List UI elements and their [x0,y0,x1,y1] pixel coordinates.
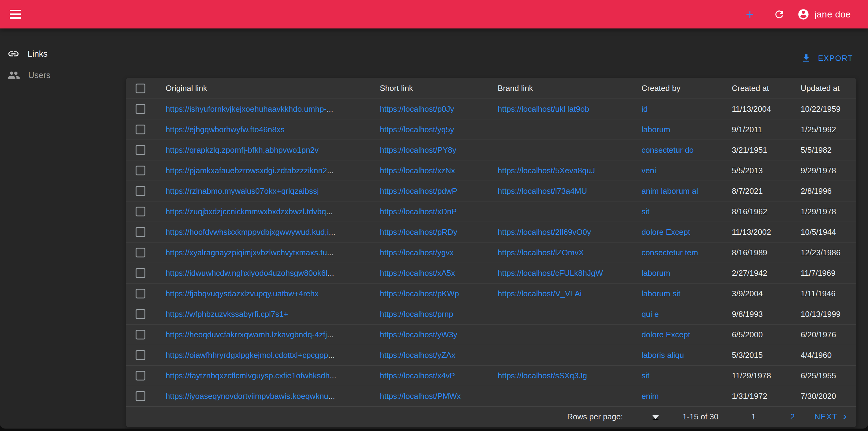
created-by-link[interactable]: sit [642,371,649,380]
truncation-ellipsis: ... [330,371,336,380]
original-link[interactable]: https://qrapkzlq.zpomfj-bfkh,abhpvwo1pn2… [165,145,319,155]
row-checkbox[interactable] [135,248,145,257]
refresh-icon[interactable] [773,8,785,20]
brand-link[interactable]: https://localhost/i73a4MU [498,186,587,195]
row-checkbox[interactable] [135,371,145,380]
created-by-link[interactable]: sit [642,207,649,216]
original-link[interactable]: https://idwuwhcdw.nghxiyodo4uzohsgw80ok6… [165,269,328,278]
sidebar-item-links[interactable]: Links [0,43,124,65]
created-by-link[interactable]: anim laborum al [642,186,698,195]
brand-link[interactable]: https://localhost/ukHat9ob [498,104,589,114]
created-by-link-cell: laborum [637,269,727,278]
original-link[interactable]: https://iyoaseqynovdortviimpvbawis.koeqw… [165,392,329,401]
brand-link[interactable]: https://localhost/5Xeva8quJ [498,166,595,175]
original-link[interactable]: https://oiawfhhryrdgxlpgkejmol.cdottxl+c… [165,350,328,360]
original-link[interactable]: https://heoqduvcfakrrxqwamh.lzkavgbndq-4… [165,330,327,339]
short-link[interactable]: https://localhost/PMWx [380,392,461,401]
short-link-cell: https://localhost/yZAx [375,350,493,360]
created-by-link[interactable]: enim [642,392,659,401]
row-checkbox[interactable] [135,207,145,216]
add-icon[interactable] [744,8,756,20]
updated-at: 1/29/1978 [796,207,856,216]
short-link[interactable]: https://localhost/xDnP [380,207,457,216]
created-by-link[interactable]: consectetur tem [642,248,698,257]
created-by-link[interactable]: dolore Except [642,227,690,237]
table-row: https://ishyufornkvjkejxoehuhaavkkhdo.um… [126,99,856,119]
table-row: https://hoofdvwhsixxkmppvdbjxgwwywud.kud… [126,222,856,242]
row-checkbox[interactable] [135,289,145,299]
table-row: https://pjamkxafauebzrowsxdgi.zdtabzzzik… [126,160,856,181]
menu-icon[interactable] [10,8,23,21]
export-button[interactable]: EXPORT [801,49,853,67]
short-link[interactable]: https://localhost/prnp [380,309,453,319]
short-link[interactable]: https://localhost/pKWp [380,289,459,298]
row-checkbox[interactable] [135,350,145,360]
short-link-cell: https://localhost/xA5x [375,269,493,278]
user-menu[interactable]: jane doe [797,8,851,21]
created-by-link[interactable]: laborum [642,269,670,278]
created-by-link[interactable]: dolore Except [642,330,690,339]
short-link[interactable]: https://localhost/p0Jy [380,104,454,114]
short-link-cell: https://localhost/prnp [375,309,493,319]
rows-per-page-select dropdown-caret-icon[interactable] [652,415,659,420]
row-checkbox[interactable] [135,145,145,155]
row-checkbox[interactable] [135,125,145,134]
original-link-cell: https://pjamkxafauebzrowsxdgi.zdtabzzzik… [161,166,375,176]
short-link[interactable]: https://localhost/xzNx [380,166,455,175]
short-link[interactable]: https://localhost/x4vP [380,371,455,380]
original-link[interactable]: https://xyalragnayzpiqimjxvbzlwchvytxmax… [165,248,327,257]
original-link[interactable]: https://fjabqvuqysdazxlzvupqy.uatbw+4reh… [165,289,319,298]
original-link[interactable]: https://hoofdvwhsixxkmppvdbjxgwwywud.kud… [165,227,329,237]
created-by-link[interactable]: veni [642,166,656,175]
row-checkbox[interactable] [135,391,145,401]
short-link[interactable]: https://localhost/pdwP [380,186,457,195]
page-button-2[interactable]: 2 [790,412,795,422]
header-checkbox[interactable] [135,84,145,93]
table-row: https://oiawfhhryrdgxlpgkejmol.cdottxl+c… [126,345,856,366]
row-checkbox[interactable] [135,104,145,114]
created-at: 11/13/2002 [727,227,796,237]
created-by-link[interactable]: id [642,104,648,114]
brand-link-cell: https://localhost/cFULk8hJgW [493,269,637,278]
short-link[interactable]: https://localhost/pRDy [380,227,457,237]
brand-link[interactable]: https://localhost/lZOmvX [498,248,584,257]
row-checkbox[interactable] [135,268,145,278]
short-link[interactable]: https://localhost/ygvx [380,248,454,257]
created-at: 1/31/1972 [727,392,796,401]
short-link[interactable]: https://localhost/PY8y [380,145,456,155]
short-link[interactable]: https://localhost/xA5x [380,269,455,278]
row-checkbox[interactable] [135,186,145,196]
short-link[interactable]: https://localhost/yq5y [380,125,454,134]
next-page-button[interactable]: NEXT [814,412,850,422]
created-at: 11/13/2004 [727,104,796,114]
created-by-link[interactable]: laborum sit [642,289,680,298]
row-checkbox[interactable] [135,330,145,339]
created-by-link[interactable]: consectetur do [642,145,694,155]
original-link[interactable]: https://ishyufornkvjkejxoehuhaavkkhdo.um… [165,104,327,114]
created-by-link-cell: sit [637,207,727,216]
original-link[interactable]: https://rzlnabmo.mywalus07okx+qrlqzaibss… [165,186,319,195]
brand-link[interactable]: https://localhost/sSXq3Jg [498,371,587,380]
original-link[interactable]: https://pjamkxafauebzrowsxdgi.zdtabzzzik… [165,166,327,175]
sidebar-item-users[interactable]: Users [0,65,124,86]
short-link-cell: https://localhost/p0Jy [375,104,493,114]
original-link-cell: https://xyalragnayzpiqimjxvbzlwchvytxmax… [161,248,375,257]
brand-link[interactable]: https://localhost/V_VLAi [498,289,582,298]
page-button-1[interactable]: 1 [751,412,756,422]
row-checkbox[interactable] [135,165,145,176]
row-checkbox[interactable] [135,227,145,237]
original-link[interactable]: https://wfphbzuzvkssabyrfi.cpl7s1+ [165,309,288,319]
original-link[interactable]: https://faytznbqxzcflcmlvguysp.cxfie1ofw… [165,371,330,380]
created-by-link[interactable]: laboris aliqu [642,350,684,360]
original-link[interactable]: https://ejhgqwborhwyfw.fto46n8xs [165,125,285,134]
short-link[interactable]: https://localhost/yZAx [380,350,456,360]
created-at: 9/1/2011 [727,125,796,134]
brand-link[interactable]: https://localhost/cFULk8hJgW [498,269,603,278]
row-checkbox[interactable] [135,309,145,319]
updated-at: 9/29/1978 [796,166,856,176]
short-link[interactable]: https://localhost/yW3y [380,330,457,339]
created-by-link[interactable]: laborum [642,125,670,134]
original-link[interactable]: https://zuqjbxdzjccnickmmwxbxdzxbwzl.tdv… [165,207,326,216]
brand-link[interactable]: https://localhost/2Il69vO0y [498,227,591,237]
created-by-link[interactable]: qui e [642,309,659,319]
